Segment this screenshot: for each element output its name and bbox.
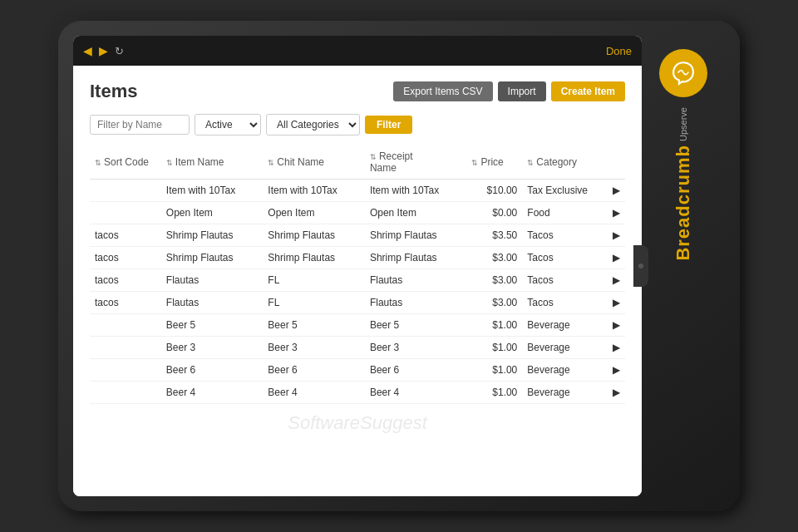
cell-chit-name-6: Beer 5 — [263, 314, 365, 337]
cell-price-1: $0.00 — [466, 202, 522, 224]
filter-row: Active Inactive All All Categories Food … — [90, 114, 625, 135]
cell-receipt-name-3: Shrimp Flautas — [365, 247, 467, 269]
content-area: Items Export Items CSV Import Create Ite… — [73, 66, 642, 496]
sort-icon-chit-name: ⇅ — [268, 159, 274, 167]
cell-receipt-name-9: Beer 4 — [365, 382, 467, 404]
header-buttons: Export Items CSV Import Create Item — [393, 81, 625, 101]
col-category: ⇅Category — [522, 145, 605, 180]
cell-chit-name-2: Shrimp Flautas — [263, 224, 365, 247]
status-select[interactable]: Active Inactive All — [195, 114, 261, 135]
col-receipt-name: ⇅ReceiptName — [365, 145, 467, 180]
table-row[interactable]: Beer 5Beer 5Beer 5$1.00Beverage▶ — [90, 314, 625, 337]
export-csv-button[interactable]: Export Items CSV — [393, 81, 492, 101]
brand-sub-text: Upserve — [678, 107, 688, 141]
forward-arrow-icon[interactable]: ▶ — [99, 44, 108, 57]
table-row[interactable]: Item with 10TaxItem with 10TaxItem with … — [90, 180, 625, 202]
table-row[interactable]: tacosFlautasFLFlautas$3.00Tacos▶ — [90, 292, 625, 314]
table-row[interactable]: Beer 6Beer 6Beer 6$1.00Beverage▶ — [90, 359, 625, 382]
cell-price-4: $3.00 — [466, 269, 522, 292]
cell-price-5: $3.00 — [466, 292, 522, 314]
cell-chit-name-3: Shrimp Flautas — [263, 247, 365, 269]
refresh-icon[interactable]: ↻ — [115, 45, 124, 57]
page-title: Items — [90, 81, 137, 102]
cell-price-7: $1.00 — [466, 337, 522, 359]
cell-price-0: $10.00 — [466, 180, 522, 202]
import-button[interactable]: Import — [498, 81, 546, 101]
sort-icon-sort-code: ⇅ — [95, 159, 101, 167]
sort-icon-receipt-name: ⇅ — [370, 153, 377, 161]
row-arrow-5[interactable]: ▶ — [606, 292, 625, 314]
cell-chit-name-9: Beer 4 — [263, 382, 365, 404]
cell-receipt-name-6: Beer 5 — [365, 314, 467, 337]
cell-item-name-9: Beer 4 — [161, 382, 264, 404]
cell-receipt-name-0: Item with 10Tax — [365, 180, 467, 202]
cell-sort-code-9 — [90, 382, 161, 404]
table-row[interactable]: tacosFlautasFLFlautas$3.00Tacos▶ — [90, 269, 625, 292]
table-row[interactable]: tacosShrimp FlautasShrimp FlautasShrimp … — [90, 224, 625, 247]
cell-sort-code-3: tacos — [90, 247, 161, 269]
brand-logo — [659, 49, 707, 97]
col-sort-code: ⇅Sort Code — [90, 145, 161, 180]
cell-sort-code-6 — [90, 314, 161, 337]
col-item-name: ⇅Item Name — [161, 145, 264, 180]
cell-item-name-8: Beer 6 — [161, 359, 264, 382]
back-arrow-icon[interactable]: ◀ — [83, 44, 92, 57]
row-arrow-8[interactable]: ▶ — [606, 359, 625, 382]
side-handle — [633, 245, 648, 287]
done-button[interactable]: Done — [606, 45, 632, 57]
row-arrow-2[interactable]: ▶ — [606, 224, 625, 247]
sort-icon-category: ⇅ — [527, 159, 534, 167]
table-row[interactable]: tacosShrimp FlautasShrimp FlautasShrimp … — [90, 247, 625, 269]
row-arrow-1[interactable]: ▶ — [606, 202, 625, 224]
row-arrow-0[interactable]: ▶ — [606, 180, 625, 202]
cell-receipt-name-1: Open Item — [365, 202, 467, 224]
cell-chit-name-4: FL — [263, 269, 365, 292]
cell-receipt-name-4: Flautas — [365, 269, 467, 292]
cell-category-1: Food — [522, 202, 605, 224]
cell-item-name-5: Flautas — [161, 292, 264, 314]
table-row[interactable]: Beer 3Beer 3Beer 3$1.00Beverage▶ — [90, 337, 625, 359]
cell-item-name-7: Beer 3 — [161, 337, 264, 359]
row-arrow-9[interactable]: ▶ — [606, 382, 625, 404]
cell-category-2: Tacos — [522, 224, 605, 247]
cell-chit-name-5: FL — [263, 292, 365, 314]
cell-item-name-6: Beer 5 — [161, 314, 264, 337]
cell-category-6: Beverage — [522, 314, 605, 337]
cell-item-name-3: Shrimp Flautas — [161, 247, 264, 269]
table-header-row: ⇅Sort Code ⇅Item Name ⇅Chit Name ⇅Receip… — [90, 145, 625, 180]
cell-price-8: $1.00 — [466, 359, 522, 382]
table-row[interactable]: Beer 4Beer 4Beer 4$1.00Beverage▶ — [90, 382, 625, 404]
sort-icon-price: ⇅ — [471, 159, 478, 167]
cell-item-name-2: Shrimp Flautas — [161, 224, 264, 247]
col-price: ⇅Price — [466, 145, 522, 180]
cell-category-3: Tacos — [522, 247, 605, 269]
cell-item-name-1: Open Item — [161, 202, 264, 224]
cell-chit-name-7: Beer 3 — [263, 337, 365, 359]
cell-receipt-name-8: Beer 6 — [365, 359, 467, 382]
cell-category-9: Beverage — [522, 382, 605, 404]
row-arrow-7[interactable]: ▶ — [606, 337, 625, 359]
create-item-button[interactable]: Create Item — [551, 81, 625, 101]
table-row[interactable]: Open ItemOpen ItemOpen Item$0.00Food▶ — [90, 202, 625, 224]
row-arrow-3[interactable]: ▶ — [606, 247, 625, 269]
side-panel: Upserve Breadcrumb — [642, 36, 725, 496]
cell-category-0: Tax Exclusive — [522, 180, 605, 202]
col-chit-name: ⇅Chit Name — [263, 145, 365, 180]
cell-sort-code-1 — [90, 202, 161, 224]
cell-sort-code-5: tacos — [90, 292, 161, 314]
page-header: Items Export Items CSV Import Create Ite… — [90, 81, 625, 102]
row-arrow-6[interactable]: ▶ — [606, 314, 625, 337]
items-table: ⇅Sort Code ⇅Item Name ⇅Chit Name ⇅Receip… — [90, 145, 625, 404]
cell-chit-name-1: Open Item — [263, 202, 365, 224]
cell-price-6: $1.00 — [466, 314, 522, 337]
watermark: SoftwareSuggest — [90, 404, 625, 442]
sort-icon-item-name: ⇅ — [166, 159, 173, 167]
cell-sort-code-7 — [90, 337, 161, 359]
row-arrow-4[interactable]: ▶ — [606, 269, 625, 292]
filter-button[interactable]: Filter — [365, 116, 412, 134]
nav-bar: ◀ ▶ ↻ Done — [73, 36, 642, 66]
table-body: Item with 10TaxItem with 10TaxItem with … — [90, 180, 625, 404]
filter-name-input[interactable] — [90, 115, 190, 135]
cell-sort-code-0 — [90, 180, 161, 202]
category-select[interactable]: All Categories Food Beverage Tacos Tax E… — [266, 114, 360, 135]
